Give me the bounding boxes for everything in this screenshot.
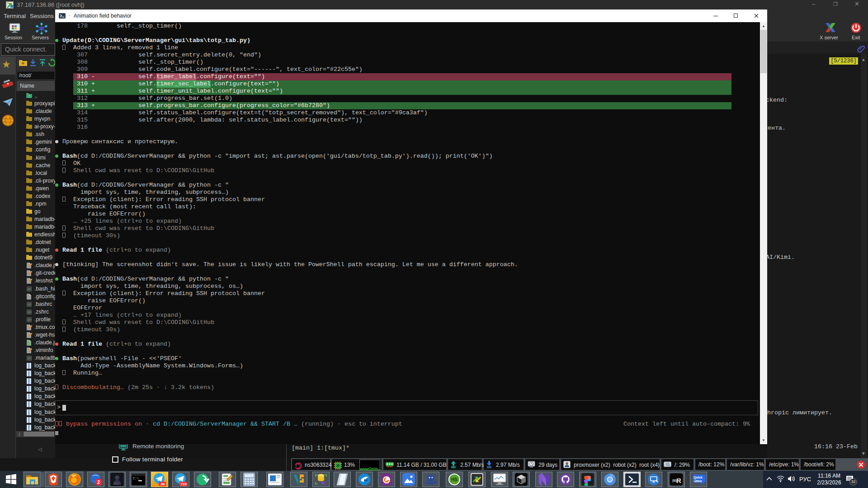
svg-text:utmo: utmo — [694, 479, 702, 483]
svg-text:R: R — [676, 477, 681, 484]
svg-text:HS: HS — [451, 477, 458, 482]
svg-text:2: 2 — [97, 479, 100, 485]
svg-text:Quick: Quick — [693, 476, 703, 479]
svg-text:FRKEY: FRKEY — [113, 483, 121, 485]
svg-text:715: 715 — [180, 482, 187, 486]
svg-text:.30: .30 — [160, 482, 165, 486]
svg-text:C:\_: C:\_ — [133, 477, 141, 480]
